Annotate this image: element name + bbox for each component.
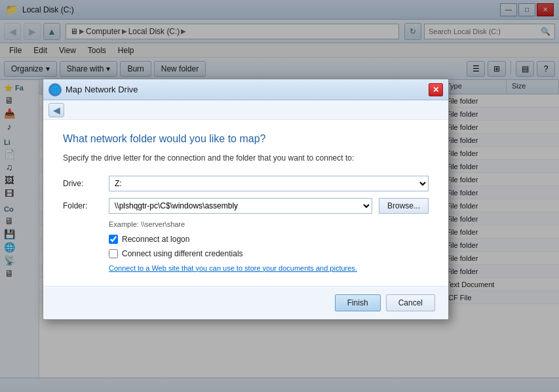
dialog-title-left: 🌐 Map Network Drive bbox=[48, 83, 138, 96]
browse-button[interactable]: Browse... bbox=[379, 198, 429, 214]
link-row: Connect to a Web site that you can use t… bbox=[109, 264, 429, 273]
diff-credentials-row: Connect using different credentials bbox=[109, 249, 429, 258]
map-network-drive-dialog: 🌐 Map Network Drive ✕ ◀ What network fol… bbox=[43, 79, 449, 320]
dialog-title-bar: 🌐 Map Network Drive ✕ bbox=[43, 79, 448, 100]
dialog-nav: ◀ bbox=[43, 100, 448, 120]
dialog-subtext: Specify the drive letter for the connect… bbox=[63, 153, 429, 164]
dialog-footer: Finish Cancel bbox=[43, 286, 448, 319]
web-store-link[interactable]: Connect to a Web site that you can use t… bbox=[109, 264, 357, 272]
reconnect-label: Reconnect at logon bbox=[122, 235, 189, 244]
dialog-title-text: Map Network Drive bbox=[66, 85, 138, 94]
drive-select[interactable]: Z: Y: X: bbox=[109, 176, 429, 191]
example-text: Example: \\server\share bbox=[109, 220, 429, 228]
dialog-body: What network folder would you like to ma… bbox=[43, 120, 448, 286]
drive-label: Drive: bbox=[63, 179, 102, 188]
folder-label: Folder: bbox=[63, 201, 102, 210]
cancel-button[interactable]: Cancel bbox=[386, 294, 435, 311]
folder-row: Folder: \\plshqgtr-pc\C$\windows\assembl… bbox=[63, 198, 429, 214]
reconnect-checkbox[interactable] bbox=[109, 235, 118, 244]
dialog-title-icon: 🌐 bbox=[48, 83, 62, 96]
dialog-heading: What network folder would you like to ma… bbox=[63, 133, 429, 145]
diff-credentials-checkbox[interactable] bbox=[109, 249, 118, 258]
diff-credentials-label: Connect using different credentials bbox=[122, 249, 243, 258]
finish-button[interactable]: Finish bbox=[335, 294, 381, 311]
dialog-back-button[interactable]: ◀ bbox=[48, 103, 64, 117]
dialog-close-button[interactable]: ✕ bbox=[429, 83, 443, 96]
reconnect-row: Reconnect at logon bbox=[109, 235, 429, 244]
folder-select[interactable]: \\plshqgtr-pc\C$\windows\assembly bbox=[109, 198, 372, 214]
drive-row: Drive: Z: Y: X: bbox=[63, 176, 429, 191]
